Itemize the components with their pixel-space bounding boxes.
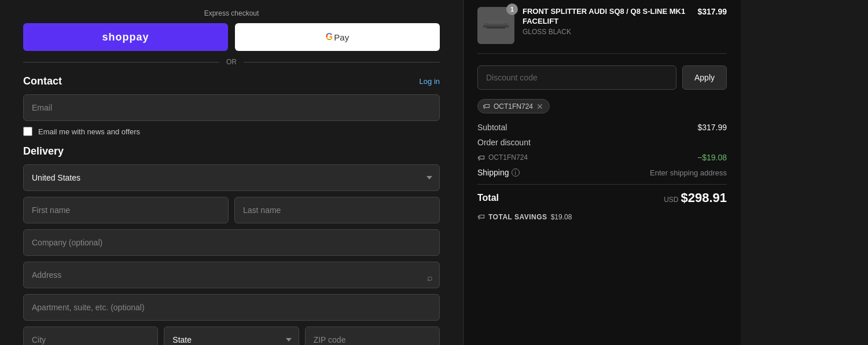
google-pay-logo: G Pay bbox=[326, 32, 349, 42]
log-in-link[interactable]: Log in bbox=[420, 77, 440, 86]
newsletter-checkbox[interactable] bbox=[23, 127, 32, 136]
apply-button[interactable]: Apply bbox=[682, 65, 727, 90]
product-price: $317.99 bbox=[697, 7, 727, 16]
product-info: FRONT SPLITTER AUDI SQ8 / Q8 S-LINE MK1 … bbox=[523, 7, 689, 36]
product-variant: GLOSS BLACK bbox=[523, 28, 689, 36]
or-divider: OR bbox=[23, 58, 440, 66]
total-label: Total bbox=[477, 193, 499, 203]
discount-input[interactable] bbox=[477, 65, 676, 90]
right-panel: 1 FRONT SPLITTER AUDI SQ8 / Q8 S-LINE MK… bbox=[463, 0, 741, 345]
subtotal-value: $317.99 bbox=[697, 123, 727, 132]
zip-field[interactable] bbox=[305, 326, 440, 345]
last-name-field[interactable] bbox=[234, 197, 440, 223]
name-row bbox=[23, 197, 440, 229]
apt-field[interactable] bbox=[23, 294, 440, 321]
savings-line: 🏷 TOTAL SAVINGS $19.08 bbox=[477, 212, 727, 221]
shipping-label: Shipping i bbox=[477, 168, 520, 177]
delivery-section: Delivery United States Canada United Kin… bbox=[23, 145, 440, 345]
shipping-value: Enter shipping address bbox=[650, 168, 727, 177]
address-field[interactable] bbox=[23, 262, 440, 288]
contact-section-header: Contact Log in bbox=[23, 75, 440, 87]
tag-icon: 🏷 bbox=[483, 102, 490, 111]
total-line: Total USD $298.91 bbox=[477, 184, 727, 205]
savings-label: TOTAL SAVINGS bbox=[488, 213, 547, 221]
city-state-zip-row: State California New York Texas bbox=[23, 326, 440, 345]
discount-tag: 🏷 OCT1FN724 ✕ bbox=[477, 99, 550, 113]
savings-tag-icon: 🏷 bbox=[477, 212, 485, 221]
contact-title: Contact bbox=[23, 75, 62, 87]
discount-code-line: 🏷 OCT1FN724 −$19.08 bbox=[477, 153, 727, 162]
subtotal-line: Subtotal $317.99 bbox=[477, 123, 727, 132]
company-field[interactable] bbox=[23, 229, 440, 256]
discount-row: Apply bbox=[477, 65, 727, 90]
city-field[interactable] bbox=[23, 326, 158, 345]
country-select[interactable]: United States Canada United Kingdom Aust… bbox=[23, 164, 440, 191]
discount-code-detail: 🏷 OCT1FN724 bbox=[477, 153, 528, 162]
order-discount-line: Order discount bbox=[477, 138, 727, 147]
order-discount-label: Order discount bbox=[477, 138, 531, 147]
savings-amount: $19.08 bbox=[551, 213, 572, 221]
first-name-field[interactable] bbox=[23, 197, 229, 223]
total-currency: USD bbox=[664, 196, 678, 204]
newsletter-label: Email me with news and offers bbox=[38, 127, 140, 136]
express-checkout-label: Express checkout bbox=[23, 9, 440, 17]
discount-amount: −$19.08 bbox=[697, 153, 727, 162]
discount-line-tag-icon: 🏷 bbox=[477, 153, 485, 162]
subtotal-label: Subtotal bbox=[477, 123, 507, 132]
express-buttons: shoppay G Pay bbox=[23, 23, 440, 51]
product-svg-icon bbox=[481, 17, 511, 34]
delivery-title: Delivery bbox=[23, 145, 64, 157]
product-row: 1 FRONT SPLITTER AUDI SQ8 / Q8 S-LINE MK… bbox=[477, 7, 727, 54]
left-panel: Express checkout shoppay G Pay OR Contac… bbox=[0, 0, 463, 345]
state-select[interactable]: State California New York Texas bbox=[164, 326, 299, 345]
email-field[interactable] bbox=[23, 94, 440, 121]
total-value-wrapper: USD $298.91 bbox=[664, 190, 727, 205]
svg-rect-3 bbox=[488, 22, 503, 24]
product-qty-badge: 1 bbox=[506, 3, 518, 15]
shop-pay-button[interactable]: shoppay bbox=[23, 23, 228, 51]
product-image-wrapper: 1 bbox=[477, 7, 514, 44]
address-wrapper: ⌕ bbox=[23, 262, 440, 294]
discount-code-ref: OCT1FN724 bbox=[488, 153, 528, 162]
shipping-info-icon: i bbox=[512, 168, 520, 177]
total-amount: $298.91 bbox=[681, 190, 727, 205]
discount-tag-remove[interactable]: ✕ bbox=[536, 102, 543, 111]
shop-pay-logo: shoppay bbox=[102, 31, 149, 43]
newsletter-row: Email me with news and offers bbox=[23, 127, 440, 136]
product-name: FRONT SPLITTER AUDI SQ8 / Q8 S-LINE MK1 … bbox=[523, 7, 689, 27]
discount-code-tag-label: OCT1FN724 bbox=[494, 102, 533, 111]
svg-rect-2 bbox=[487, 27, 506, 29]
google-pay-button[interactable]: G Pay bbox=[235, 23, 440, 51]
delivery-section-header: Delivery bbox=[23, 145, 440, 157]
shipping-line: Shipping i Enter shipping address bbox=[477, 168, 727, 177]
